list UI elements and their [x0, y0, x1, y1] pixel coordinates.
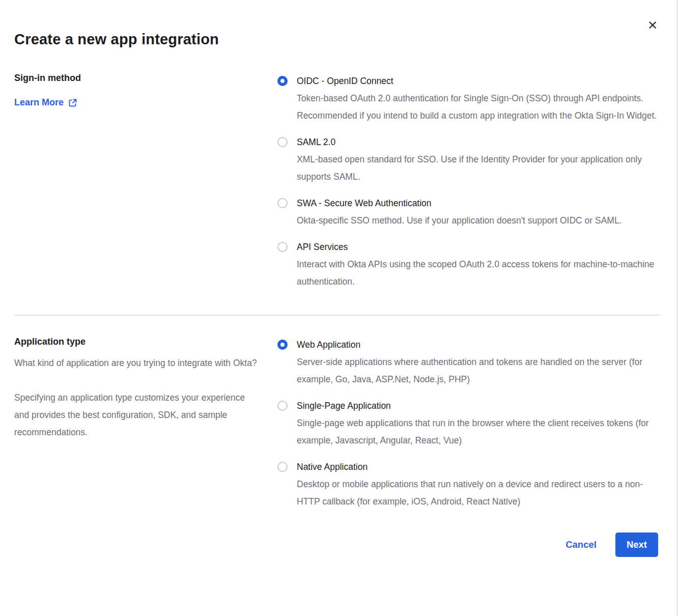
radio-button-icon[interactable]	[277, 76, 288, 86]
option-description: Token-based OAuth 2.0 authentication for…	[297, 90, 659, 124]
option-label: OIDC - OpenID Connect	[297, 72, 659, 90]
signin-method-options: OIDC - OpenID Connect Token-based OAuth …	[277, 72, 659, 290]
close-icon[interactable]: ✕	[645, 17, 660, 34]
option-label: SAML 2.0	[297, 133, 659, 151]
signin-method-label: Sign-in method	[14, 72, 259, 83]
option-description: Interact with Okta APIs using the scoped…	[297, 256, 659, 290]
application-type-label: Application type	[14, 336, 259, 347]
radio-button-icon[interactable]	[277, 462, 288, 472]
radio-option-native-application[interactable]: Native Application Desktop or mobile app…	[277, 458, 659, 510]
page-title: Create a new app integration	[14, 30, 659, 49]
application-type-hint-2: Specifying an application type customize…	[14, 389, 259, 441]
signin-method-section: Sign-in method Learn More OIDC - OpenID …	[14, 72, 659, 290]
option-label: Native Application	[297, 458, 659, 475]
learn-more-label: Learn More	[14, 97, 64, 108]
dialog-footer: Cancel Next	[14, 533, 659, 557]
radio-button-icon[interactable]	[277, 242, 288, 252]
radio-button-icon[interactable]	[277, 401, 288, 411]
radio-button-icon[interactable]	[277, 198, 288, 208]
radio-option-swa[interactable]: SWA - Secure Web Authentication Okta-spe…	[277, 194, 659, 229]
option-label: Single-Page Application	[297, 397, 659, 414]
option-description: Okta-specific SSO method. Use if your ap…	[297, 212, 622, 229]
option-description: Server-side applications where authentic…	[297, 353, 659, 388]
application-type-hint-1: What kind of application are you trying …	[14, 354, 259, 372]
option-description: Desktop or mobile applications that run …	[297, 475, 659, 510]
option-label: Web Application	[297, 336, 659, 353]
create-app-integration-dialog: ✕ Create a new app integration Sign-in m…	[0, 0, 678, 616]
application-type-section: Application type What kind of applicatio…	[14, 336, 659, 510]
cancel-button[interactable]: Cancel	[566, 539, 597, 550]
option-label: SWA - Secure Web Authentication	[297, 194, 622, 212]
radio-button-icon[interactable]	[277, 137, 288, 147]
option-description: Single-page web applications that run in…	[297, 414, 659, 449]
section-divider	[14, 315, 660, 316]
signin-method-left-column: Sign-in method Learn More	[14, 72, 259, 108]
radio-option-saml[interactable]: SAML 2.0 XML-based open standard for SSO…	[277, 133, 659, 185]
radio-option-web-application[interactable]: Web Application Server-side applications…	[277, 336, 659, 388]
external-link-icon	[68, 98, 77, 107]
application-type-left-column: Application type What kind of applicatio…	[14, 336, 259, 441]
option-description: XML-based open standard for SSO. Use if …	[297, 151, 659, 185]
radio-option-api-services[interactable]: API Services Interact with Okta APIs usi…	[277, 238, 659, 290]
next-button[interactable]: Next	[615, 533, 658, 557]
radio-option-oidc[interactable]: OIDC - OpenID Connect Token-based OAuth …	[277, 72, 659, 124]
radio-button-icon[interactable]	[277, 340, 288, 350]
learn-more-link[interactable]: Learn More	[14, 97, 77, 108]
application-type-options: Web Application Server-side applications…	[277, 336, 659, 510]
radio-option-single-page-application[interactable]: Single-Page Application Single-page web …	[277, 397, 659, 449]
option-label: API Services	[297, 238, 659, 256]
